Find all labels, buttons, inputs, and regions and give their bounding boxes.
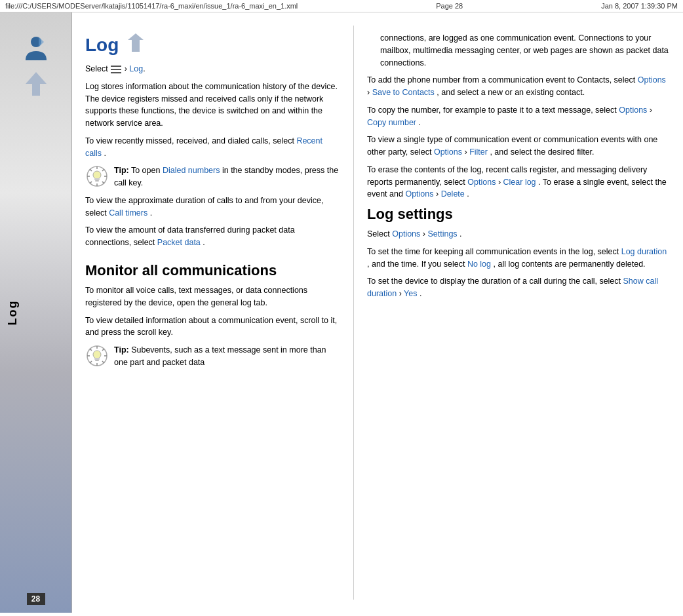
svg-line-24 bbox=[90, 349, 92, 351]
sidebar-icon-bottom bbox=[20, 67, 52, 100]
options-link-3[interactable]: Options bbox=[434, 147, 462, 157]
svg-line-12 bbox=[90, 169, 92, 171]
svg-rect-5 bbox=[111, 69, 121, 70]
svg-line-26 bbox=[102, 349, 104, 351]
svg-marker-1 bbox=[39, 37, 44, 47]
delete-link[interactable]: Delete bbox=[441, 189, 465, 199]
menu-icon bbox=[110, 64, 122, 75]
top-bar: file:///C:/USERS/MODEServer/lkatajis/110… bbox=[0, 0, 683, 12]
date-label: Jan 8, 2007 1:39:30 PM bbox=[601, 2, 678, 10]
options-link-5[interactable]: Options bbox=[405, 189, 433, 199]
intro-para: Select › Log. bbox=[85, 63, 340, 75]
para5: To monitor all voice calls, text message… bbox=[85, 284, 340, 309]
packet-data-link[interactable]: Packet data bbox=[157, 238, 201, 247]
svg-rect-18 bbox=[95, 180, 99, 182]
person-icon bbox=[20, 33, 52, 64]
para-cont: connections, are logged as one communica… bbox=[367, 32, 670, 69]
main-wrapper: Log 28 Log Select bbox=[0, 12, 683, 613]
sidebar-icon-top bbox=[20, 32, 52, 65]
svg-line-13 bbox=[102, 182, 104, 183]
title-icon bbox=[125, 32, 146, 58]
log-duration-link[interactable]: Log duration bbox=[621, 247, 667, 256]
svg-rect-4 bbox=[111, 66, 121, 67]
log-link[interactable]: Log bbox=[129, 64, 143, 73]
options-link-settings[interactable]: Options bbox=[392, 229, 420, 239]
svg-rect-30 bbox=[95, 360, 99, 361]
svg-rect-29 bbox=[94, 358, 100, 360]
dialed-numbers-link[interactable]: Dialed numbers bbox=[163, 166, 220, 175]
svg-line-14 bbox=[102, 169, 104, 171]
right-para5: To set the time for keeping all communic… bbox=[367, 246, 670, 271]
right-para4: To erase the contents of the log, recent… bbox=[367, 164, 670, 201]
svg-rect-6 bbox=[111, 72, 121, 73]
para2: To view recently missed, received, and d… bbox=[85, 135, 340, 160]
options-link-2[interactable]: Options bbox=[619, 106, 647, 115]
svg-rect-17 bbox=[94, 178, 100, 180]
sidebar-icons bbox=[20, 12, 52, 100]
svg-line-15 bbox=[90, 182, 92, 183]
clear-log-link[interactable]: Clear log bbox=[503, 178, 536, 187]
right-para2: To copy the number, for example to paste… bbox=[367, 104, 670, 129]
page-number: 28 bbox=[27, 593, 45, 605]
options-link-1[interactable]: Options bbox=[638, 75, 666, 85]
save-to-contacts-link[interactable]: Save to Contacts bbox=[372, 88, 435, 97]
tip-box-1: Tip: To open Dialed numbers in the stand… bbox=[85, 164, 340, 189]
lightbulb-icon-2 bbox=[86, 345, 108, 367]
tip-box-2: Tip: Subevents, such as a text message s… bbox=[85, 344, 340, 369]
svg-point-16 bbox=[93, 171, 101, 179]
page-label: Page 28 bbox=[436, 2, 463, 10]
sidebar-label: Log bbox=[6, 300, 20, 326]
para4: To view the amount of data transferred d… bbox=[85, 224, 340, 249]
svg-line-25 bbox=[102, 361, 104, 363]
svg-marker-2 bbox=[26, 72, 47, 96]
filepath: file:///C:/USERS/MODEServer/lkatajis/110… bbox=[5, 2, 298, 10]
select-settings: Select Options › Settings . bbox=[367, 228, 670, 241]
tip1-text: Tip: To open Dialed numbers in the stand… bbox=[114, 164, 340, 189]
tip-icon-2 bbox=[85, 344, 109, 368]
log-symbol-icon bbox=[23, 71, 49, 97]
left-column: Log Select › Log. Log st bbox=[72, 26, 354, 600]
svg-point-28 bbox=[93, 351, 101, 358]
para1: Log stores information about the communi… bbox=[85, 81, 340, 130]
lightbulb-icon bbox=[86, 165, 108, 187]
settings-link[interactable]: Settings bbox=[427, 229, 457, 239]
svg-marker-3 bbox=[128, 33, 144, 52]
log-title-icon bbox=[125, 32, 146, 53]
sub-title: Monitor all communications bbox=[85, 262, 340, 279]
right-para3: To view a single type of communication e… bbox=[367, 134, 670, 159]
tip2-text: Tip: Subevents, such as a text message s… bbox=[114, 344, 340, 369]
yes-link[interactable]: Yes bbox=[404, 289, 417, 298]
para3: To view the approximate duration of call… bbox=[85, 195, 340, 220]
svg-line-27 bbox=[90, 361, 92, 363]
filter-link[interactable]: Filter bbox=[469, 147, 488, 157]
right-para6: To set the device to display the duratio… bbox=[367, 275, 670, 300]
main-title: Log bbox=[85, 32, 340, 58]
right-para1: To add the phone number from a communica… bbox=[367, 74, 670, 99]
sidebar: Log 28 bbox=[0, 12, 72, 613]
right-column: connections, are logged as one communica… bbox=[354, 26, 683, 600]
content-area: Log Select › Log. Log st bbox=[72, 12, 683, 613]
para6: To view detailed information about a com… bbox=[85, 315, 340, 339]
options-link-4[interactable]: Options bbox=[467, 178, 496, 187]
no-log-link[interactable]: No log bbox=[467, 260, 491, 269]
copy-number-link[interactable]: Copy number bbox=[367, 118, 416, 127]
call-timers-link[interactable]: Call timers bbox=[109, 208, 147, 218]
log-settings-title: Log settings bbox=[367, 206, 670, 223]
tip-icon-1 bbox=[85, 164, 109, 188]
